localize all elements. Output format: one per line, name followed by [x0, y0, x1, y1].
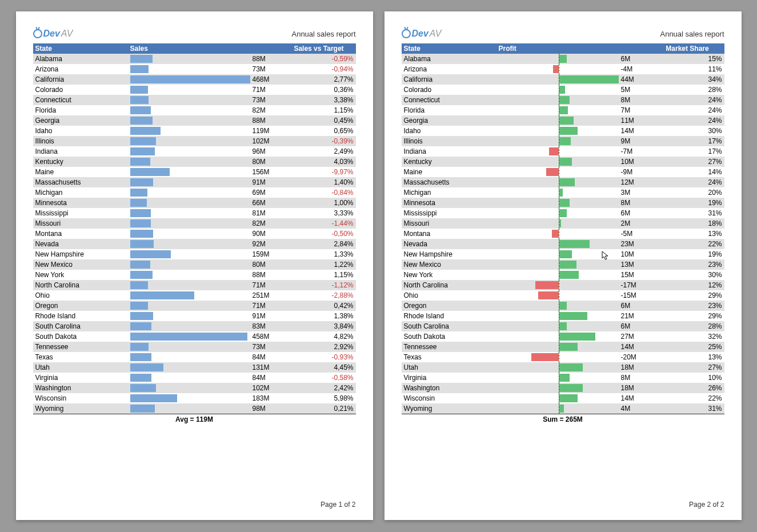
sales-bar [130, 405, 155, 413]
cell-state: Mississippi [402, 208, 499, 218]
cell-svt: 1,38% [285, 311, 356, 321]
cell-state: New Hampshire [33, 249, 130, 259]
cell-sales-value: 251M [250, 290, 285, 301]
sales-bar [130, 117, 153, 125]
cell-svt: 1,15% [285, 105, 356, 115]
cell-sales-value: 96M [250, 146, 285, 157]
report-page-2: DevAV Annual sales report State Profit M… [384, 11, 742, 520]
zero-divider [559, 301, 559, 311]
profit-bar [552, 230, 559, 238]
zero-divider [559, 146, 559, 157]
sales-bar-cell [130, 383, 250, 393]
cell-profit-value: -9M [619, 167, 653, 177]
profit-bar-cell [499, 321, 619, 331]
cell-sales-value: 73M [250, 64, 285, 74]
cell-state: Mississippi [33, 208, 130, 218]
profit-bar [531, 353, 559, 361]
cell-market-share: 17% [653, 136, 724, 146]
table-row: California468M2,77% [33, 74, 356, 85]
table-row: Connecticut73M3,38% [33, 95, 356, 105]
sales-bar-cell [130, 270, 250, 280]
cell-market-share: 32% [653, 331, 724, 342]
cell-market-share: 14% [653, 167, 724, 177]
brand-logo: DevAV [33, 29, 73, 39]
cell-svt: 1,33% [285, 249, 356, 259]
table-row: Wyoming4M31% [402, 403, 724, 414]
table-body: Alabama88M-0,59%Arizona73M-0,94%Californ… [33, 54, 356, 414]
profit-bar-cell [499, 167, 619, 177]
profit-bar [559, 261, 576, 269]
cell-state: California [402, 74, 499, 85]
page-header: DevAV Annual sales report [33, 29, 356, 39]
table-row: Arizona-4M11% [402, 64, 724, 74]
table-row: South Carolina6M28% [402, 321, 724, 331]
page-number: Page 2 of 2 [689, 501, 724, 509]
cell-svt: 2,92% [285, 342, 356, 352]
sales-bar [130, 75, 250, 83]
cell-state: South Carolina [33, 321, 130, 331]
zero-divider [559, 177, 559, 187]
summary-sum: Sum = 265M [402, 414, 724, 423]
table-row: Oregon6M23% [402, 301, 724, 311]
table-row: Indiana96M2,49% [33, 146, 356, 157]
profit-bar [559, 384, 583, 392]
profit-bar-cell [499, 280, 619, 290]
profit-bar [535, 281, 559, 289]
cell-market-share: 12% [653, 280, 724, 290]
cell-state: South Carolina [402, 321, 499, 331]
zero-divider [559, 352, 559, 362]
profit-bar-cell [499, 249, 619, 259]
header-state: State [33, 43, 130, 54]
cell-sales-value: 73M [250, 342, 285, 352]
cell-state: Georgia [33, 115, 130, 126]
cell-state: Indiana [402, 146, 499, 157]
zero-divider [559, 218, 559, 229]
cell-sales-value: 71M [250, 85, 285, 95]
cell-profit-value: 6M [619, 54, 653, 64]
sales-bar-cell [130, 218, 250, 229]
cell-state: Washington [402, 383, 499, 393]
table-row: Washington102M2,42% [33, 383, 356, 393]
sales-bar-cell [130, 74, 250, 85]
cell-svt: 4,45% [285, 362, 356, 373]
cell-state: Tennessee [33, 342, 130, 352]
cell-svt: 1,22% [285, 259, 356, 270]
profit-bar-cell [499, 393, 619, 403]
profit-bar [559, 322, 567, 330]
cell-sales-value: 66M [250, 198, 285, 208]
zero-divider [559, 85, 559, 95]
cell-state: Connecticut [33, 95, 130, 105]
table-row: New York88M1,15% [33, 270, 356, 280]
zero-divider [559, 74, 559, 85]
cell-svt: 0,36% [285, 85, 356, 95]
sales-bar-cell [130, 403, 250, 414]
cell-state: Ohio [33, 290, 130, 301]
cell-sales-value: 82M [250, 218, 285, 229]
cell-state: New Hampshire [402, 249, 499, 259]
cell-state: Ohio [402, 290, 499, 301]
cell-market-share: 19% [653, 198, 724, 208]
sales-bar-cell [130, 321, 250, 331]
sales-bar [130, 363, 164, 371]
profit-bar [546, 168, 558, 176]
cell-state: Maine [402, 167, 499, 177]
cell-state: New York [402, 270, 499, 280]
cell-state: Illinois [402, 136, 499, 146]
profit-bar [559, 209, 567, 217]
table-row: South Dakota27M32% [402, 331, 724, 342]
cell-state: Minnesota [33, 198, 130, 208]
cell-sales-value: 73M [250, 95, 285, 105]
table-row: Indiana-7M17% [402, 146, 724, 157]
sales-bar [130, 374, 152, 382]
sales-bar-cell [130, 331, 250, 342]
zero-divider [559, 126, 559, 136]
cell-state: North Carolina [33, 280, 130, 290]
cell-profit-value: 14M [619, 393, 653, 403]
cell-sales-value: 156M [250, 167, 285, 177]
cell-state: Maine [33, 167, 130, 177]
cell-market-share: 30% [653, 126, 724, 136]
header-svt: Sales vs Target [285, 43, 356, 54]
cell-state: Massachusetts [33, 177, 130, 187]
table-row: Missouri82M-1,44% [33, 218, 356, 229]
sales-bar [130, 250, 171, 258]
